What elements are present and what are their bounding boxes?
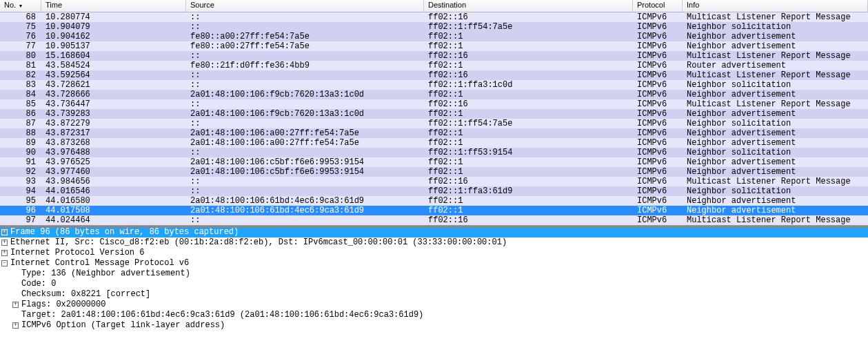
- packet-row[interactable]: 9343.984656::ff02::16ICMPv6Multicast Lis…: [0, 177, 868, 186]
- packet-row[interactable]: 9243.9774602a01:48:100:106:c5bf:f6e6:995…: [0, 167, 868, 177]
- cell-source: ::: [186, 215, 424, 225]
- packet-row[interactable]: 8143.584524fe80::21f:d0ff:fe36:4bb9ff02:…: [0, 61, 868, 70]
- cell-info: Neighbor advertisement: [683, 138, 868, 148]
- cell-destination: ff02::16: [424, 177, 633, 186]
- detail-tree-row[interactable]: -Internet Control Message Protocol v6: [0, 258, 868, 269]
- cell-info: Neighbor solicitation: [683, 80, 868, 90]
- cell-destination: ff02::1: [424, 128, 633, 138]
- packet-row[interactable]: 9544.0165802a01:48:100:106:61bd:4ec6:9ca…: [0, 196, 868, 206]
- detail-tree-row[interactable]: Type: 136 (Neighbor advertisement): [0, 269, 868, 279]
- expand-icon[interactable]: +: [12, 322, 19, 329]
- cell-no: 80: [0, 51, 41, 61]
- column-label: No.: [4, 1, 16, 9]
- cell-info: Neighbor solicitation: [683, 186, 868, 196]
- packet-row[interactable]: 9644.0175082a01:48:100:106:61bd:4ec6:9ca…: [0, 206, 868, 215]
- packet-row[interactable]: 8543.736447::ff02::16ICMPv6Multicast Lis…: [0, 99, 868, 109]
- packet-row[interactable]: 8643.7392832a01:48:100:106:f9cb:7620:13a…: [0, 109, 868, 119]
- column-header-info[interactable]: Info: [683, 0, 868, 12]
- cell-time: 44.016546: [41, 186, 186, 196]
- detail-text: ICMPv6 Option (Target link-layer address…: [21, 320, 225, 331]
- cell-info: Neighbor advertisement: [683, 109, 868, 119]
- cell-protocol: ICMPv6: [633, 215, 683, 225]
- packet-row[interactable]: 8843.8723172a01:48:100:106:a00:27ff:fe54…: [0, 128, 868, 138]
- cell-info: Neighbor solicitation: [683, 148, 868, 157]
- cell-no: 77: [0, 41, 41, 51]
- expand-icon[interactable]: +: [1, 250, 8, 256]
- packet-row[interactable]: 9444.016546::ff02::1:ffa3:61d9ICMPv6Neig…: [0, 186, 868, 196]
- detail-tree-row[interactable]: +Flags: 0x20000000: [0, 300, 868, 310]
- cell-info: Neighbor solicitation: [683, 22, 868, 32]
- detail-tree-row[interactable]: Target: 2a01:48:100:106:61bd:4ec6:9ca3:6…: [0, 310, 868, 320]
- packet-row[interactable]: 9143.9765252a01:48:100:106:c5bf:f6e6:995…: [0, 157, 868, 167]
- packet-rows: 6810.280774::ff02::16ICMPv6Multicast Lis…: [0, 12, 868, 225]
- packet-row[interactable]: 8015.168604::ff02::16ICMPv6Multicast Lis…: [0, 51, 868, 61]
- packet-row[interactable]: 7510.904079::ff02::1:ff54:7a5eICMPv6Neig…: [0, 22, 868, 32]
- detail-tree-row[interactable]: +Ethernet II, Src: Cisco_d8:f2:eb (00:1b…: [0, 237, 868, 248]
- cell-time: 10.905137: [41, 41, 186, 51]
- detail-text: Checksum: 0x8221 [correct]: [21, 289, 150, 300]
- cell-protocol: ICMPv6: [633, 51, 683, 61]
- packet-row[interactable]: 7610.904162fe80::a00:27ff:fe54:7a5eff02:…: [0, 32, 868, 41]
- packet-row[interactable]: 8943.8732682a01:48:100:106:a00:27ff:fe54…: [0, 138, 868, 148]
- cell-time: 43.728666: [41, 90, 186, 99]
- cell-info: Multicast Listener Report Message: [683, 51, 868, 61]
- packet-row[interactable]: 6810.280774::ff02::16ICMPv6Multicast Lis…: [0, 12, 868, 22]
- packet-list-header[interactable]: No. ▾ Time Source Destination Protocol I…: [0, 0, 868, 12]
- cell-destination: ff02::1: [424, 61, 633, 70]
- cell-no: 94: [0, 186, 41, 196]
- cell-source: fe80::a00:27ff:fe54:7a5e: [186, 32, 424, 41]
- packet-list-pane[interactable]: No. ▾ Time Source Destination Protocol I…: [0, 0, 868, 226]
- expand-icon[interactable]: +: [12, 302, 19, 308]
- cell-time: 43.872317: [41, 128, 186, 138]
- cell-destination: ff02::1:ffa3:61d9: [424, 186, 633, 196]
- cell-source: 2a01:48:100:106:a00:27ff:fe54:7a5e: [186, 138, 424, 148]
- cell-time: 43.584524: [41, 61, 186, 70]
- packet-row[interactable]: 9043.976488::ff02::1:ff53:9154ICMPv6Neig…: [0, 148, 868, 157]
- packet-row[interactable]: 9744.024464::ff02::16ICMPv6Multicast Lis…: [0, 215, 868, 225]
- cell-destination: ff02::16: [424, 51, 633, 61]
- cell-source: ::: [186, 51, 424, 61]
- cell-info: Neighbor advertisement: [683, 206, 868, 215]
- detail-tree-row[interactable]: +Internet Protocol Version 6: [0, 248, 868, 258]
- column-header-no[interactable]: No. ▾: [0, 0, 41, 12]
- cell-source: ::: [186, 22, 424, 32]
- cell-info: Neighbor advertisement: [683, 41, 868, 51]
- cell-time: 10.904079: [41, 22, 186, 32]
- detail-text: Frame 96 (86 bytes on wire, 86 bytes cap…: [10, 227, 239, 237]
- packet-row[interactable]: 8243.592564::ff02::16ICMPv6Multicast Lis…: [0, 70, 868, 80]
- cell-protocol: ICMPv6: [633, 128, 683, 138]
- cell-source: ::: [186, 186, 424, 196]
- expand-icon[interactable]: +: [1, 240, 8, 246]
- expand-icon[interactable]: +: [1, 229, 8, 235]
- cell-destination: ff02::1:ffa3:1c0d: [424, 80, 633, 90]
- packet-row[interactable]: 8443.7286662a01:48:100:106:f9cb:7620:13a…: [0, 90, 868, 99]
- packet-row[interactable]: 8743.872279::ff02::1:ff54:7a5eICMPv6Neig…: [0, 119, 868, 128]
- packet-details-pane[interactable]: +Frame 96 (86 bytes on wire, 86 bytes ca…: [0, 226, 868, 335]
- cell-time: 43.976525: [41, 157, 186, 167]
- column-header-source[interactable]: Source: [186, 0, 424, 12]
- cell-source: ::: [186, 119, 424, 128]
- cell-no: 85: [0, 99, 41, 109]
- cell-source: 2a01:48:100:106:a00:27ff:fe54:7a5e: [186, 128, 424, 138]
- cell-no: 89: [0, 138, 41, 148]
- cell-source: 2a01:48:100:106:f9cb:7620:13a3:1c0d: [186, 90, 424, 99]
- column-header-destination[interactable]: Destination: [424, 0, 633, 12]
- packet-row[interactable]: 7710.905137fe80::a00:27ff:fe54:7a5eff02:…: [0, 41, 868, 51]
- packet-row[interactable]: 8343.728621::ff02::1:ffa3:1c0dICMPv6Neig…: [0, 80, 868, 90]
- detail-tree-row[interactable]: +Frame 96 (86 bytes on wire, 86 bytes ca…: [0, 227, 868, 237]
- collapse-icon[interactable]: -: [1, 260, 8, 266]
- cell-no: 96: [0, 206, 41, 215]
- cell-destination: ff02::1: [424, 196, 633, 206]
- detail-tree-row[interactable]: Checksum: 0x8221 [correct]: [0, 289, 868, 300]
- cell-time: 43.984656: [41, 177, 186, 186]
- detail-tree-row[interactable]: +ICMPv6 Option (Target link-layer addres…: [0, 320, 868, 331]
- column-header-time[interactable]: Time: [41, 0, 186, 12]
- cell-destination: ff02::1: [424, 206, 633, 215]
- cell-info: Neighbor solicitation: [683, 119, 868, 128]
- column-header-protocol[interactable]: Protocol: [633, 0, 683, 12]
- cell-protocol: ICMPv6: [633, 196, 683, 206]
- cell-time: 43.976488: [41, 148, 186, 157]
- detail-tree-row[interactable]: Code: 0: [0, 279, 868, 289]
- cell-no: 87: [0, 119, 41, 128]
- cell-time: 43.873268: [41, 138, 186, 148]
